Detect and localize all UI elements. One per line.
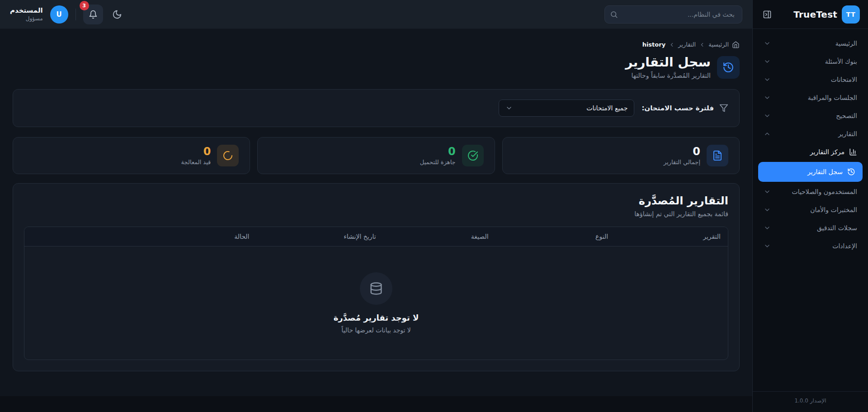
page-titles: سجل التقارير التقارير المُصدَّرة سابقاً … [625,56,711,79]
table-body: لا توجد تقارير مُصدَّرة لا توجد بيانات ل… [24,246,728,360]
user-role: مسؤول [10,15,43,22]
user-meta: المستخدم مسؤول [10,6,43,22]
brand-logo: TT [842,5,860,24]
breadcrumb-item-reports[interactable]: التقارير [678,41,696,48]
sidebar-item-labs-security[interactable]: المختبرات والأمان [756,201,864,219]
notification-count-badge: 3 [80,1,89,10]
breadcrumb: الرئيسية التقارير history [13,41,740,48]
breadcrumb-current: history [642,41,665,48]
sidebar-item-audit-logs[interactable]: سجلات التدقيق [756,219,864,237]
stat-card-total-reports: 0 إجمالي التقارير [502,137,740,174]
check-circle-icon [462,145,484,166]
filter-label: فلترة حسب الامتحان: [642,104,714,112]
empty-state-subtitle: لا توجد بيانات لعرضها حالياً [341,327,411,334]
sidebar-item-reports-history[interactable]: سجل التقارير [758,162,863,182]
stat-texts: 0 جاهزة للتحميل [420,146,456,166]
stat-value: 0 [181,146,211,157]
page-subtitle: التقارير المُصدَّرة سابقاً وحالتها [625,72,711,79]
empty-state-title: لا توجد تقارير مُصدَّرة [334,313,419,322]
stat-texts: 0 إجمالي التقارير [664,146,700,166]
page-content: الرئيسية التقارير history سجل التقارير ا… [0,29,752,396]
sidebar-item-reports[interactable]: التقارير [756,125,864,143]
column-header-format: الصيغة [383,227,496,246]
database-icon [360,272,392,305]
sidebar-item-label: التقارير [838,130,857,137]
topbar-divider [75,9,76,20]
sidebar-item-label: بنوك الأسئلة [825,58,857,65]
stat-label: قيد المعالجة [181,159,211,166]
filter-icon [719,104,728,113]
sidebar-collapse-button[interactable] [761,8,774,21]
reports-table: التقرير النوع الصيغة تاريخ الإنشاء الحال… [24,227,728,360]
table-header-row: التقرير النوع الصيغة تاريخ الإنشاء الحال… [24,227,728,246]
page-title: سجل التقارير [625,56,711,70]
breadcrumb-item-home[interactable]: الرئيسية [708,41,729,48]
chevron-down-icon [764,224,771,232]
sidebar-item-reports-center[interactable]: مركز التقارير [756,143,864,161]
user-name: المستخدم [10,6,43,15]
app-version: الإصدار 1.0.0 [794,398,826,404]
chevron-down-icon [764,58,771,65]
chevron-down-icon [764,40,771,47]
page-header: سجل التقارير التقارير المُصدَّرة سابقاً … [13,56,740,79]
sidebar: TT TrueTest الرئيسية بنوك الأسئلة الامتح… [752,0,868,412]
sidebar-item-label: الامتحانات [831,76,857,83]
chart-column-icon [849,148,857,156]
brand-name: TrueTest [793,9,837,20]
chevron-down-icon [505,104,513,112]
file-text-icon [707,145,728,166]
search-icon [610,10,618,19]
sidebar-item-settings[interactable]: الإعدادات [756,237,864,255]
topbar: 3 U المستخدم مسؤول [0,0,752,29]
stat-value: 0 [664,146,700,157]
theme-toggle-button[interactable] [110,8,124,21]
column-header-report: التقرير [615,227,728,246]
chevron-down-icon [764,242,771,250]
sidebar-item-home[interactable]: الرئيسية [756,34,864,52]
chevron-down-icon [764,94,771,101]
sidebar-header: TT TrueTest [753,0,868,29]
notifications: 3 [83,5,103,24]
chevron-down-icon [764,206,771,213]
sidebar-item-sessions-monitoring[interactable]: الجلسات والمراقبة [756,89,864,107]
selected-option: جميع الامتحانات [586,104,627,112]
bell-icon [89,10,98,19]
user-avatar[interactable]: U [50,5,68,24]
sidebar-item-exams[interactable]: الامتحانات [756,71,864,89]
section-title: التقارير المُصدَّرة [24,194,728,207]
sidebar-footer: الإصدار 1.0.0 [753,391,868,412]
sidebar-item-grading[interactable]: التصحيح [756,107,864,125]
stat-card-ready: 0 جاهزة للتحميل [257,137,495,174]
section-subtitle: قائمة بجميع التقارير التي تم إنشاؤها [24,210,728,218]
home-icon [732,41,740,48]
filter-bar: فلترة حسب الامتحان: جميع الامتحانات [13,89,740,127]
sidebar-item-label: التصحيح [836,112,857,119]
stat-label: إجمالي التقارير [664,159,700,166]
exam-filter-select[interactable]: جميع الامتحانات [499,99,634,117]
sidebar-item-label: مركز التقارير [810,148,844,156]
sidebar-item-label: الجلسات والمراقبة [808,94,857,101]
chevron-down-icon [764,76,771,83]
loader-icon [217,145,239,166]
search-input[interactable] [604,5,742,24]
search-box [604,5,742,24]
sidebar-item-label: سجلات التدقيق [817,224,857,232]
chevron-down-icon [764,188,771,195]
sidebar-item-label: المختبرات والأمان [810,206,857,213]
stat-label: جاهزة للتحميل [420,159,456,166]
column-header-status: الحالة [24,227,256,246]
chevron-down-icon [764,112,771,119]
sidebar-item-label: الرئيسية [835,40,857,47]
sidebar-item-question-banks[interactable]: بنوك الأسئلة [756,52,864,71]
app-root: TT TrueTest الرئيسية بنوك الأسئلة الامتح… [0,0,868,412]
stat-texts: 0 قيد المعالجة [181,146,211,166]
main-area: 3 U المستخدم مسؤول الرئيسية التقارير hi [0,0,752,412]
brand: TT TrueTest [793,5,860,24]
stat-value: 0 [420,146,456,157]
stats-row: 0 إجمالي التقارير 0 جاهزة للتحميل [13,137,740,174]
sidebar-nav: الرئيسية بنوك الأسئلة الامتحانات الجلسات… [753,29,868,391]
chevron-up-icon [764,130,771,137]
sidebar-item-users-permissions[interactable]: المستخدمون والصلاحيات [756,183,864,201]
column-header-created-date: تاريخ الإنشاء [257,227,383,246]
moon-icon [112,9,122,19]
